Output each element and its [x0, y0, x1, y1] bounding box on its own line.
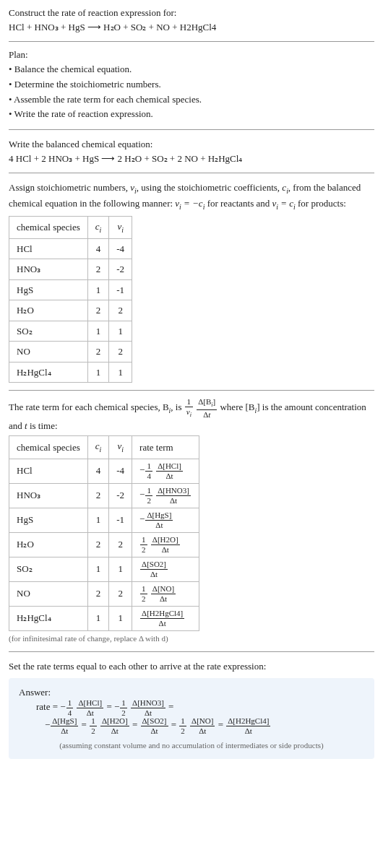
species-cell: HCl — [9, 459, 88, 483]
table-header: ci — [87, 216, 109, 238]
separator — [9, 651, 374, 652]
answer-label: Answer: — [19, 685, 364, 700]
plan-block: Plan: Balance the chemical equation. Det… — [9, 49, 374, 122]
rate-term-text: , is — [171, 402, 184, 413]
fraction: 1νi — [185, 398, 193, 418]
balanced-heading: Write the balanced chemical equation: — [9, 139, 152, 149]
table-header: chemical species — [9, 436, 88, 459]
c-cell: 2 — [87, 342, 109, 363]
table-header-row: chemical species ci νi — [9, 216, 132, 238]
separator — [9, 129, 374, 130]
balanced-equation: 4 HCl + 2 HNO₃ + HgS ⟶ 2 H₂O + SO₂ + 2 N… — [9, 153, 242, 164]
table-row: H₂HgCl₄11 — [9, 362, 132, 383]
infinitesimal-note: (for infinitesimal rate of change, repla… — [9, 633, 374, 645]
rate-term-table: chemical species ci νi rate term HCl4-4−… — [9, 435, 199, 630]
nu-cell: 1 — [109, 362, 132, 383]
species-cell: HNO₃ — [9, 259, 88, 280]
species-cell: HNO₃ — [9, 483, 88, 508]
table-row: HNO₃2-2−12 Δ[HNO3]Δt — [9, 483, 199, 508]
species-cell: SO₂ — [9, 321, 88, 342]
assign-text: for products: — [296, 198, 346, 209]
c-cell: 2 — [87, 532, 109, 557]
nu-cell: -4 — [109, 459, 132, 483]
species-cell: H₂HgCl₄ — [9, 362, 88, 383]
table-row: HNO₃2-2 — [9, 259, 132, 280]
rate-term-cell: Δ[H2HgCl4]Δt — [132, 606, 199, 630]
c-cell: 2 — [87, 581, 109, 606]
table-header: νi — [109, 436, 132, 459]
table-row: HCl4-4−14 Δ[HCl]Δt — [9, 459, 199, 483]
species-cell: SO₂ — [9, 557, 88, 581]
answer-assumption: (assuming constant volume and no accumul… — [19, 739, 364, 752]
c-cell: 1 — [87, 321, 109, 342]
final-block: Set the rate terms equal to each other t… — [9, 659, 374, 759]
rate-term-text: is time: — [27, 420, 58, 431]
table-header-row: chemical species ci νi rate term — [9, 436, 199, 459]
answer-line: −Δ[HgS]Δt = 12 Δ[H2O]Δt = Δ[SO2]Δt = 12 … — [45, 717, 364, 735]
table-row: HgS1-1 — [9, 279, 132, 300]
intro-line2: HCl + HNO₃ + HgS ⟶ H₂O + SO₂ + NO + H2Hg… — [9, 22, 216, 32]
c-i: ci — [282, 182, 288, 193]
rate-term-cell: −14 Δ[HCl]Δt — [132, 459, 199, 483]
rate-term-cell: −Δ[HgS]Δt — [132, 508, 199, 532]
separator — [9, 41, 374, 42]
nu-cell: -1 — [109, 508, 132, 532]
c-cell: 1 — [87, 362, 109, 383]
assign-block: Assign stoichiometric numbers, νi, using… — [9, 181, 374, 383]
table-row: HCl4-4 — [9, 238, 132, 259]
separator — [9, 173, 374, 173]
table-header: chemical species — [9, 216, 88, 238]
assign-text: Assign stoichiometric numbers, — [9, 182, 130, 193]
table-header: rate term — [132, 436, 199, 459]
nu-cell: -2 — [109, 259, 132, 280]
c-cell: 2 — [87, 483, 109, 508]
c-cell: 4 — [87, 238, 109, 259]
nu-cell: 2 — [109, 342, 132, 363]
table-header: ci — [87, 436, 109, 459]
plan-list: Balance the chemical equation. Determine… — [9, 62, 374, 122]
formula: νi = −ci — [175, 198, 205, 209]
answer-line: rate = −14 Δ[HCl]Δt = −12 Δ[HNO3]Δt = — [36, 699, 364, 717]
nu-cell: 2 — [109, 532, 132, 557]
species-cell: H₂HgCl₄ — [9, 606, 88, 630]
table-row: HgS1-1−Δ[HgS]Δt — [9, 508, 199, 532]
plan-heading: Plan: — [9, 49, 28, 60]
fraction: Δ[Bi]Δt — [197, 398, 217, 418]
rate-term-text: The rate term for each chemical species,… — [9, 402, 169, 413]
rate-term-cell: 12 Δ[H2O]Δt — [132, 532, 199, 557]
nu-cell: -4 — [109, 238, 132, 259]
species-cell: NO — [9, 342, 88, 363]
assign-text: , using the stoichiometric coefficients, — [137, 182, 283, 193]
plan-item: Write the rate of reaction expression. — [9, 107, 374, 122]
rate-term-cell: Δ[SO2]Δt — [132, 557, 199, 581]
table-row: NO2212 Δ[NO]Δt — [9, 581, 199, 606]
table-row: H₂O2212 Δ[H2O]Δt — [9, 532, 199, 557]
intro-block: Construct the rate of reaction expressio… — [9, 6, 374, 34]
species-cell: HgS — [9, 508, 88, 532]
rate-term-block: The rate term for each chemical species,… — [9, 398, 374, 644]
table-row: NO22 — [9, 342, 132, 363]
table-row: SO₂11 — [9, 321, 132, 342]
species-cell: H₂O — [9, 532, 88, 557]
plan-item: Determine the stoichiometric numbers. — [9, 77, 374, 92]
answer-block: Answer: rate = −14 Δ[HCl]Δt = −12 Δ[HNO3… — [9, 678, 374, 759]
plan-item: Assemble the rate term for each chemical… — [9, 92, 374, 108]
nu-i: νi — [130, 182, 137, 193]
species-cell: HgS — [9, 279, 88, 300]
nu-cell: -2 — [109, 483, 132, 508]
species-cell: NO — [9, 581, 88, 606]
c-cell: 4 — [87, 459, 109, 483]
nu-cell: 1 — [109, 557, 132, 581]
c-cell: 1 — [87, 508, 109, 532]
nu-cell: 1 — [109, 606, 132, 630]
nu-cell: -1 — [109, 279, 132, 300]
rate-term-text: where [B — [220, 402, 254, 413]
species-cell: H₂O — [9, 300, 88, 321]
c-cell: 2 — [87, 300, 109, 321]
assign-text: for reactants and — [205, 198, 272, 209]
rate-term-cell: −12 Δ[HNO3]Δt — [132, 483, 199, 508]
formula: νi = ci — [272, 198, 296, 209]
table-row: SO₂11Δ[SO2]Δt — [9, 557, 199, 581]
nu-cell: 1 — [109, 321, 132, 342]
plan-item: Balance the chemical equation. — [9, 62, 374, 77]
